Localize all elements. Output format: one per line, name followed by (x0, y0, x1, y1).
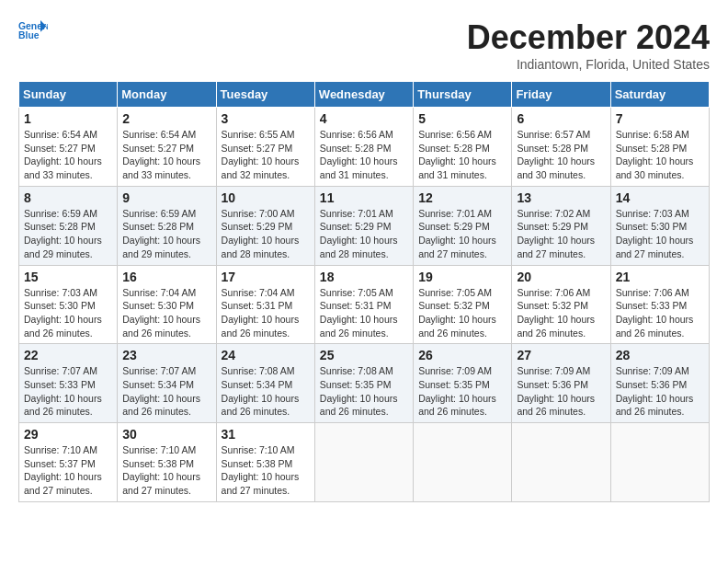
day-number: 21 (616, 270, 704, 284)
day-info: Sunrise: 7:06 AM Sunset: 5:32 PM Dayligh… (517, 286, 605, 340)
day-info: Sunrise: 6:55 AM Sunset: 5:27 PM Dayligh… (222, 128, 310, 182)
day-number: 15 (24, 270, 112, 284)
day-number: 24 (222, 348, 310, 362)
location: Indiantown, Florida, United States (467, 57, 710, 72)
day-number: 29 (24, 427, 112, 442)
calendar-week-1: 1Sunrise: 6:54 AM Sunset: 5:27 PM Daylig… (19, 108, 710, 187)
calendar-cell: 7Sunrise: 6:58 AM Sunset: 5:28 PM Daylig… (610, 108, 709, 187)
calendar-cell: 13Sunrise: 7:02 AM Sunset: 5:29 PM Dayli… (512, 186, 610, 265)
calendar-cell (512, 423, 610, 502)
day-header-wednesday: Wednesday (314, 82, 413, 108)
calendar-body: 1Sunrise: 6:54 AM Sunset: 5:27 PM Daylig… (19, 108, 710, 502)
calendar-cell: 18Sunrise: 7:05 AM Sunset: 5:31 PM Dayli… (314, 265, 413, 344)
calendar-cell: 10Sunrise: 7:00 AM Sunset: 5:29 PM Dayli… (216, 186, 314, 265)
day-info: Sunrise: 7:01 AM Sunset: 5:29 PM Dayligh… (418, 207, 506, 261)
day-number: 9 (122, 190, 210, 205)
day-number: 1 (24, 111, 112, 126)
calendar-cell: 21Sunrise: 7:06 AM Sunset: 5:33 PM Dayli… (610, 265, 709, 344)
calendar-cell: 6Sunrise: 6:57 AM Sunset: 5:28 PM Daylig… (512, 108, 610, 187)
day-number: 7 (616, 111, 704, 126)
day-info: Sunrise: 7:04 AM Sunset: 5:30 PM Dayligh… (122, 286, 210, 340)
calendar-cell: 27Sunrise: 7:09 AM Sunset: 5:36 PM Dayli… (512, 344, 610, 423)
day-number: 5 (418, 111, 506, 126)
calendar-cell: 16Sunrise: 7:04 AM Sunset: 5:30 PM Dayli… (118, 265, 216, 344)
calendar-cell: 11Sunrise: 7:01 AM Sunset: 5:29 PM Dayli… (314, 186, 413, 265)
calendar-week-4: 22Sunrise: 7:07 AM Sunset: 5:33 PM Dayli… (19, 344, 710, 423)
day-info: Sunrise: 6:59 AM Sunset: 5:28 PM Dayligh… (122, 207, 210, 261)
day-info: Sunrise: 7:10 AM Sunset: 5:37 PM Dayligh… (24, 443, 112, 498)
day-info: Sunrise: 7:09 AM Sunset: 5:35 PM Dayligh… (418, 364, 506, 419)
calendar-cell: 28Sunrise: 7:09 AM Sunset: 5:36 PM Dayli… (610, 344, 709, 423)
title-area: December 2024 Indiantown, Florida, Unite… (467, 18, 710, 72)
day-info: Sunrise: 6:59 AM Sunset: 5:28 PM Dayligh… (24, 207, 112, 261)
day-info: Sunrise: 6:54 AM Sunset: 5:27 PM Dayligh… (24, 128, 112, 182)
day-number: 23 (122, 348, 210, 362)
day-info: Sunrise: 7:05 AM Sunset: 5:32 PM Dayligh… (418, 286, 506, 340)
svg-text:Blue: Blue (18, 30, 40, 40)
day-number: 26 (418, 348, 506, 362)
day-info: Sunrise: 7:03 AM Sunset: 5:30 PM Dayligh… (616, 207, 704, 261)
calendar-cell: 29Sunrise: 7:10 AM Sunset: 5:37 PM Dayli… (19, 423, 118, 502)
day-number: 2 (122, 111, 210, 126)
calendar-cell: 15Sunrise: 7:03 AM Sunset: 5:30 PM Dayli… (19, 265, 118, 344)
calendar-cell: 19Sunrise: 7:05 AM Sunset: 5:32 PM Dayli… (414, 265, 512, 344)
day-info: Sunrise: 7:04 AM Sunset: 5:31 PM Dayligh… (222, 286, 310, 340)
calendar-cell: 24Sunrise: 7:08 AM Sunset: 5:34 PM Dayli… (216, 344, 314, 423)
day-info: Sunrise: 7:09 AM Sunset: 5:36 PM Dayligh… (616, 364, 704, 419)
calendar-week-2: 8Sunrise: 6:59 AM Sunset: 5:28 PM Daylig… (19, 186, 710, 265)
day-info: Sunrise: 7:10 AM Sunset: 5:38 PM Dayligh… (122, 443, 210, 498)
day-number: 17 (222, 270, 310, 284)
day-number: 13 (517, 190, 605, 205)
day-header-friday: Friday (512, 82, 610, 108)
calendar-cell: 12Sunrise: 7:01 AM Sunset: 5:29 PM Dayli… (414, 186, 512, 265)
day-number: 8 (24, 190, 112, 205)
calendar-cell: 26Sunrise: 7:09 AM Sunset: 5:35 PM Dayli… (414, 344, 512, 423)
calendar-cell: 5Sunrise: 6:56 AM Sunset: 5:28 PM Daylig… (414, 108, 512, 187)
day-number: 3 (222, 111, 310, 126)
month-title: December 2024 (467, 18, 710, 57)
day-number: 19 (418, 270, 506, 284)
day-number: 10 (222, 190, 310, 205)
calendar-week-3: 15Sunrise: 7:03 AM Sunset: 5:30 PM Dayli… (19, 265, 710, 344)
day-header-tuesday: Tuesday (216, 82, 314, 108)
day-number: 25 (320, 348, 408, 362)
day-number: 11 (320, 190, 408, 205)
day-info: Sunrise: 7:02 AM Sunset: 5:29 PM Dayligh… (517, 207, 605, 261)
calendar-table: SundayMondayTuesdayWednesdayThursdayFrid… (18, 81, 710, 502)
calendar-cell: 17Sunrise: 7:04 AM Sunset: 5:31 PM Dayli… (216, 265, 314, 344)
day-info: Sunrise: 7:03 AM Sunset: 5:30 PM Dayligh… (24, 286, 112, 340)
day-info: Sunrise: 6:57 AM Sunset: 5:28 PM Dayligh… (517, 128, 605, 182)
day-info: Sunrise: 6:56 AM Sunset: 5:28 PM Dayligh… (418, 128, 506, 182)
calendar-cell: 30Sunrise: 7:10 AM Sunset: 5:38 PM Dayli… (118, 423, 216, 502)
calendar-cell: 9Sunrise: 6:59 AM Sunset: 5:28 PM Daylig… (118, 186, 216, 265)
day-header-sunday: Sunday (19, 82, 118, 108)
day-number: 22 (24, 348, 112, 362)
calendar-cell (414, 423, 512, 502)
day-number: 4 (320, 111, 408, 126)
calendar-cell: 8Sunrise: 6:59 AM Sunset: 5:28 PM Daylig… (19, 186, 118, 265)
day-info: Sunrise: 7:09 AM Sunset: 5:36 PM Dayligh… (517, 364, 605, 419)
calendar-cell: 3Sunrise: 6:55 AM Sunset: 5:27 PM Daylig… (216, 108, 314, 187)
calendar-cell: 22Sunrise: 7:07 AM Sunset: 5:33 PM Dayli… (19, 344, 118, 423)
day-number: 6 (517, 111, 605, 126)
day-number: 31 (222, 427, 310, 442)
day-number: 16 (122, 270, 210, 284)
page-header: General Blue December 2024 Indiantown, F… (18, 18, 710, 72)
day-info: Sunrise: 7:07 AM Sunset: 5:33 PM Dayligh… (24, 364, 112, 419)
day-number: 18 (320, 270, 408, 284)
day-header-saturday: Saturday (610, 82, 709, 108)
calendar-cell: 20Sunrise: 7:06 AM Sunset: 5:32 PM Dayli… (512, 265, 610, 344)
day-info: Sunrise: 6:54 AM Sunset: 5:27 PM Dayligh… (122, 128, 210, 182)
calendar-cell (314, 423, 413, 502)
calendar-week-5: 29Sunrise: 7:10 AM Sunset: 5:37 PM Dayli… (19, 423, 710, 502)
calendar-cell: 14Sunrise: 7:03 AM Sunset: 5:30 PM Dayli… (610, 186, 709, 265)
day-info: Sunrise: 7:10 AM Sunset: 5:38 PM Dayligh… (222, 443, 310, 498)
day-info: Sunrise: 7:07 AM Sunset: 5:34 PM Dayligh… (122, 364, 210, 419)
day-number: 27 (517, 348, 605, 362)
logo: General Blue (18, 18, 48, 44)
day-header-monday: Monday (118, 82, 216, 108)
calendar-cell: 23Sunrise: 7:07 AM Sunset: 5:34 PM Dayli… (118, 344, 216, 423)
day-number: 30 (122, 427, 210, 442)
calendar-cell (610, 423, 709, 502)
day-number: 12 (418, 190, 506, 205)
